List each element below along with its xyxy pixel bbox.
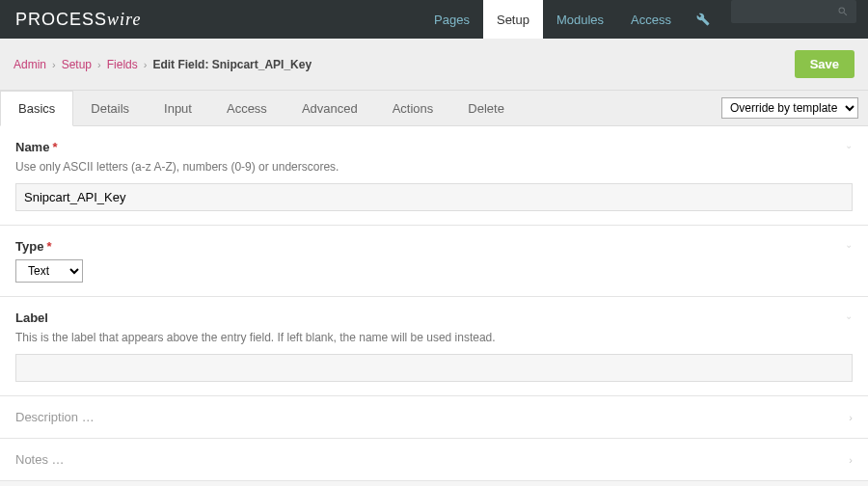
description-label: Description … bbox=[15, 410, 95, 424]
nav-items: Pages Setup Modules Access bbox=[420, 0, 856, 39]
field-label-desc: This is the label that appears above the… bbox=[15, 331, 853, 344]
crumb-sep: › bbox=[97, 59, 101, 70]
tab-advanced[interactable]: Advanced bbox=[285, 92, 375, 125]
name-input[interactable] bbox=[15, 183, 853, 211]
form-area: Name* ⌄ Use only ASCII letters (a-z A-Z)… bbox=[0, 126, 868, 481]
label-input[interactable] bbox=[15, 354, 853, 382]
save-button-top[interactable]: Save bbox=[795, 50, 854, 78]
tab-input[interactable]: Input bbox=[147, 92, 209, 125]
chevron-down-icon[interactable]: ⌄ bbox=[845, 310, 853, 321]
chevron-down-icon[interactable]: ⌄ bbox=[845, 140, 853, 150]
logo: PROCESSwire bbox=[15, 10, 141, 30]
field-name: Name* ⌄ Use only ASCII letters (a-z A-Z)… bbox=[0, 126, 868, 226]
search-icon bbox=[837, 6, 849, 17]
crumb-setup[interactable]: Setup bbox=[62, 58, 92, 71]
wrench-icon[interactable] bbox=[685, 0, 721, 39]
logo-text-2: wire bbox=[107, 10, 141, 29]
required-marker: * bbox=[46, 239, 51, 254]
tab-bar: Basics Details Input Access Advanced Act… bbox=[0, 91, 868, 126]
field-notes-collapsed[interactable]: Notes … › bbox=[0, 439, 868, 481]
logo-text-1: PROCESS bbox=[15, 10, 107, 29]
chevron-down-icon[interactable]: ⌄ bbox=[845, 239, 853, 250]
top-nav: PROCESSwire Pages Setup Modules Access bbox=[0, 0, 868, 39]
field-type-label-row: Type* bbox=[15, 239, 853, 254]
field-type-label: Type bbox=[15, 239, 43, 254]
nav-setup[interactable]: Setup bbox=[483, 0, 543, 39]
chevron-right-icon: › bbox=[849, 412, 853, 423]
tab-details[interactable]: Details bbox=[73, 92, 147, 125]
chevron-right-icon: › bbox=[849, 454, 853, 466]
crumb-fields[interactable]: Fields bbox=[107, 58, 138, 71]
search-input[interactable] bbox=[731, 0, 856, 23]
nav-modules[interactable]: Modules bbox=[543, 0, 617, 39]
tab-actions[interactable]: Actions bbox=[375, 92, 451, 125]
crumb-admin[interactable]: Admin bbox=[14, 58, 46, 71]
tab-delete[interactable]: Delete bbox=[450, 92, 522, 125]
nav-access[interactable]: Access bbox=[617, 0, 685, 39]
tab-basics[interactable]: Basics bbox=[0, 91, 73, 126]
required-marker: * bbox=[52, 140, 57, 154]
notes-label: Notes … bbox=[15, 452, 65, 467]
field-description-collapsed[interactable]: Description … › bbox=[0, 396, 868, 439]
override-select[interactable]: Override by template bbox=[721, 97, 858, 119]
crumb-current: Edit Field: Snipcart_API_Key bbox=[152, 58, 312, 71]
breadcrumb-bar: Admin › Setup › Fields › Edit Field: Sni… bbox=[0, 39, 868, 91]
field-name-label: Name bbox=[15, 140, 49, 154]
field-type: Type* ⌄ Text bbox=[0, 226, 868, 297]
type-select[interactable]: Text bbox=[15, 259, 83, 283]
bottom-save-area: Save bbox=[0, 481, 868, 486]
field-label: Label ⌄ This is the label that appears a… bbox=[0, 297, 868, 396]
field-label-label-row: Label bbox=[15, 310, 853, 325]
field-label-label: Label bbox=[15, 310, 48, 325]
crumb-sep: › bbox=[144, 59, 148, 70]
crumb-sep: › bbox=[52, 59, 56, 70]
tab-access[interactable]: Access bbox=[209, 92, 285, 125]
field-name-desc: Use only ASCII letters (a-z A-Z), number… bbox=[15, 160, 853, 174]
field-name-label-row: Name* bbox=[15, 140, 853, 154]
nav-pages[interactable]: Pages bbox=[420, 0, 483, 39]
